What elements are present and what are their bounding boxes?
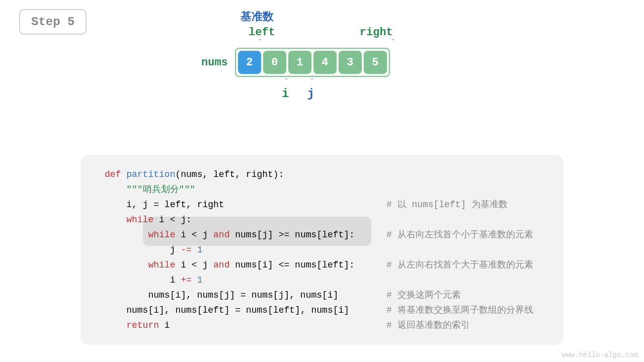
up-arrows: ˆ ˆ	[240, 78, 443, 87]
pivot-label: 基准数	[240, 9, 443, 24]
code-line: """哨兵划分"""	[105, 182, 547, 197]
code-line: nums[i], nums[j] = nums[j], nums[i]# 交换这…	[105, 288, 547, 303]
code-block: def partition(nums, left, right): """哨兵划…	[80, 155, 564, 345]
nums-row: nums 2 0 1 4 3 5	[201, 48, 443, 77]
array-diagram: 基准数 left right ˇ ˇ nums 2 0 1 4 3 5 ˆ ˆ …	[201, 9, 443, 101]
nums-label: nums	[201, 56, 228, 69]
i-label: i	[282, 87, 289, 101]
arrow-down-icon: ˇ	[391, 39, 396, 48]
code-line: while i < j and nums[i] <= nums[left]:# …	[105, 257, 547, 273]
left-label: left	[249, 26, 275, 39]
code-line: while i < j:	[105, 212, 547, 227]
array-cell: 0	[263, 51, 286, 74]
ij-labels: i j	[240, 87, 443, 101]
comment: # 以 nums[left] 为基准数	[386, 197, 508, 212]
arrow-up-icon: ˆ	[310, 78, 315, 87]
watermark: www.hello-algo.com	[562, 351, 638, 359]
array-container: 2 0 1 4 3 5	[235, 48, 390, 77]
code-line: while i < j and nums[j] >= nums[left]:# …	[105, 227, 547, 242]
code-line: i, j = left, right# 以 nums[left] 为基准数	[105, 197, 547, 212]
arrow-down-icon: ˇ	[258, 39, 263, 48]
array-cell: 1	[288, 51, 311, 74]
comment: # 从右向左找首个小于基准数的元素	[386, 227, 533, 242]
arrow-up-icon: ˆ	[284, 78, 289, 87]
comment: # 从左向右找首个大于基准数的元素	[386, 257, 533, 273]
array-cell: 4	[313, 51, 337, 74]
right-label: right	[360, 26, 393, 39]
step-badge: Step 5	[19, 9, 87, 35]
left-right-labels: left right	[232, 26, 443, 39]
array-cell: 5	[364, 51, 387, 74]
code-line: return i# 返回基准数的索引	[105, 318, 547, 333]
comment: # 返回基准数的索引	[386, 318, 470, 333]
code-line: nums[i], nums[left] = nums[left], nums[i…	[105, 303, 547, 318]
code-line: i += 1	[105, 273, 547, 288]
code-line: j -= 1	[105, 242, 547, 257]
down-arrows: ˇ ˇ	[232, 39, 443, 48]
code-line: def partition(nums, left, right):	[105, 167, 547, 182]
comment: # 交换这两个元素	[386, 288, 461, 303]
array-cell: 2	[238, 51, 261, 74]
array-cell: 3	[339, 51, 362, 74]
j-label: j	[307, 87, 314, 101]
comment: # 将基准数交换至两子数组的分界线	[386, 303, 533, 318]
